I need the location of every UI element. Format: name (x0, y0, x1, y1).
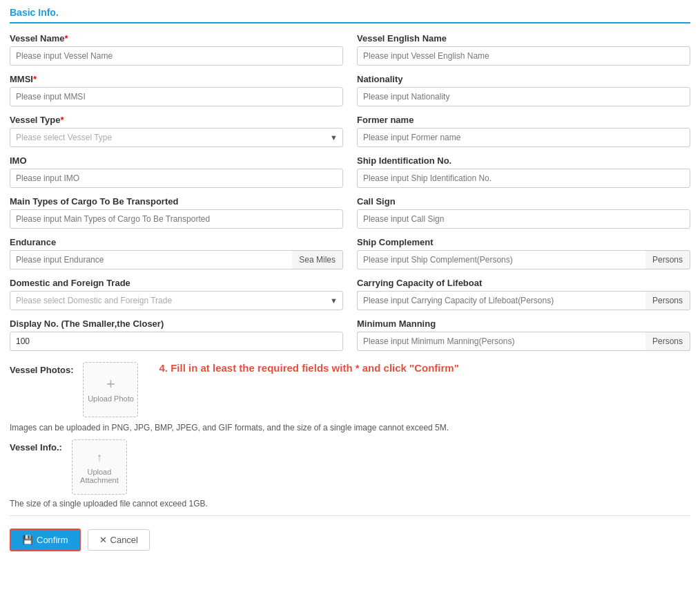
domestic-foreign-select-wrapper: Please select Domestic and Foreign Trade… (10, 291, 343, 310)
ship-complement-input-addon-wrapper: Persons (357, 250, 690, 269)
carrying-capacity-group: Carrying Capacity of Lifeboat Persons (357, 278, 690, 310)
mmsi-group: MMSI* (10, 74, 343, 106)
minimum-manning-label: Minimum Manning (357, 318, 690, 329)
minimum-manning-addon: Persons (645, 332, 690, 351)
nationality-input[interactable] (357, 87, 690, 106)
minimum-manning-input-addon-wrapper: Persons (357, 332, 690, 351)
vessel-english-name-label: Vessel English Name (357, 33, 690, 44)
ship-id-label: Ship Identification No. (357, 155, 690, 166)
endurance-group: Endurance Sea Miles (10, 237, 343, 269)
carrying-capacity-input[interactable] (357, 291, 645, 310)
nationality-group: Nationality (357, 74, 690, 106)
save-icon: 💾 (22, 535, 33, 545)
required-star-type: * (60, 115, 64, 125)
plus-icon: + (106, 377, 115, 392)
minimum-manning-group: Minimum Manning Persons (357, 318, 690, 351)
former-name-group: Former name (357, 115, 690, 147)
ship-complement-group: Ship Complement Persons (357, 237, 690, 269)
left-column: Vessel Name* MMSI* Vessel Type* Please s… (10, 33, 343, 359)
vessel-photos-label: Vessel Photos: (10, 365, 73, 375)
mmsi-input[interactable] (10, 87, 343, 106)
display-no-input[interactable] (10, 332, 343, 351)
display-no-group: Display No. (The Smaller,the Closer) (10, 318, 343, 351)
vessel-info-label: Vessel Info.: (10, 442, 62, 453)
required-star-mmsi: * (33, 74, 37, 84)
main-cargo-group: Main Types of Cargo To Be Transported (10, 196, 343, 229)
domestic-foreign-label: Domestic and Foreign Trade (10, 278, 343, 288)
carrying-capacity-addon: Persons (645, 291, 690, 310)
domestic-foreign-group: Domestic and Foreign Trade Please select… (10, 278, 343, 310)
bottom-actions: 💾 Confirm ✕ Cancel (10, 523, 690, 557)
call-sign-input[interactable] (357, 209, 690, 229)
vessel-info-row: Vessel Info.: ↑ Upload Attachment (10, 439, 690, 495)
upload-photo-label: Upload Photo (88, 394, 134, 403)
vessel-name-input[interactable] (10, 46, 343, 66)
imo-group: IMO (10, 155, 343, 188)
imo-input[interactable] (10, 169, 343, 188)
domestic-foreign-select[interactable]: Please select Domestic and Foreign Trade (10, 291, 343, 310)
vessel-type-select[interactable]: Please select Vessel Type (10, 128, 343, 147)
cancel-x-icon: ✕ (99, 535, 107, 545)
ship-complement-input[interactable] (357, 250, 645, 269)
cancel-label: Cancel (110, 535, 138, 545)
upload-attachment-label: Upload Attachment (80, 468, 119, 484)
endurance-input[interactable] (10, 250, 292, 269)
mmsi-label: MMSI* (10, 74, 343, 84)
upload-arrow-icon: ↑ (96, 450, 102, 465)
main-cargo-input[interactable] (10, 209, 343, 229)
former-name-input[interactable] (357, 128, 690, 147)
endurance-addon: Sea Miles (292, 250, 343, 269)
call-sign-label: Call Sign (357, 196, 690, 207)
upload-photo-button[interactable]: + Upload Photo (83, 362, 138, 417)
upload-attachment-button[interactable]: ↑ Upload Attachment (72, 439, 127, 495)
instruction-text: 4. Fill in at least the required fields … (159, 362, 458, 374)
ship-id-group: Ship Identification No. (357, 155, 690, 188)
endurance-input-addon-wrapper: Sea Miles (10, 250, 343, 269)
display-no-label: Display No. (The Smaller,the Closer) (10, 318, 343, 329)
vessel-name-group: Vessel Name* (10, 33, 343, 66)
vessel-english-name-group: Vessel English Name (357, 33, 690, 66)
carrying-capacity-input-addon-wrapper: Persons (357, 291, 690, 310)
ship-id-input[interactable] (357, 169, 690, 188)
vessel-english-name-input[interactable] (357, 46, 690, 66)
photo-hint: Images can be uploaded in PNG, JPG, BMP,… (10, 423, 690, 432)
required-star: * (65, 33, 68, 44)
divider (10, 515, 690, 516)
former-name-label: Former name (357, 115, 690, 125)
imo-label: IMO (10, 155, 343, 166)
nationality-label: Nationality (357, 74, 690, 84)
confirm-label: Confirm (37, 535, 68, 545)
cancel-button[interactable]: ✕ Cancel (88, 529, 150, 551)
vessel-type-label: Vessel Type* (10, 115, 343, 125)
form-grid: Vessel Name* MMSI* Vessel Type* Please s… (10, 33, 690, 359)
carrying-capacity-label: Carrying Capacity of Lifeboat (357, 278, 690, 288)
main-cargo-label: Main Types of Cargo To Be Transported (10, 196, 343, 207)
ship-complement-label: Ship Complement (357, 237, 690, 247)
vessel-name-label: Vessel Name* (10, 33, 343, 44)
call-sign-group: Call Sign (357, 196, 690, 229)
vessel-type-select-wrapper: Please select Vessel Type ▼ (10, 128, 343, 147)
vessel-photos-row: Vessel Photos: + Upload Photo 4. Fill in… (10, 362, 690, 417)
ship-complement-addon: Persons (645, 250, 690, 269)
right-column: Vessel English Name Nationality Former n… (357, 33, 690, 359)
section-title: Basic Info. (10, 7, 690, 23)
endurance-label: Endurance (10, 237, 343, 247)
vessel-type-group: Vessel Type* Please select Vessel Type ▼ (10, 115, 343, 147)
attachment-hint: The size of a single uploaded file canno… (10, 499, 690, 508)
minimum-manning-input[interactable] (357, 332, 645, 351)
confirm-button[interactable]: 💾 Confirm (10, 529, 81, 551)
